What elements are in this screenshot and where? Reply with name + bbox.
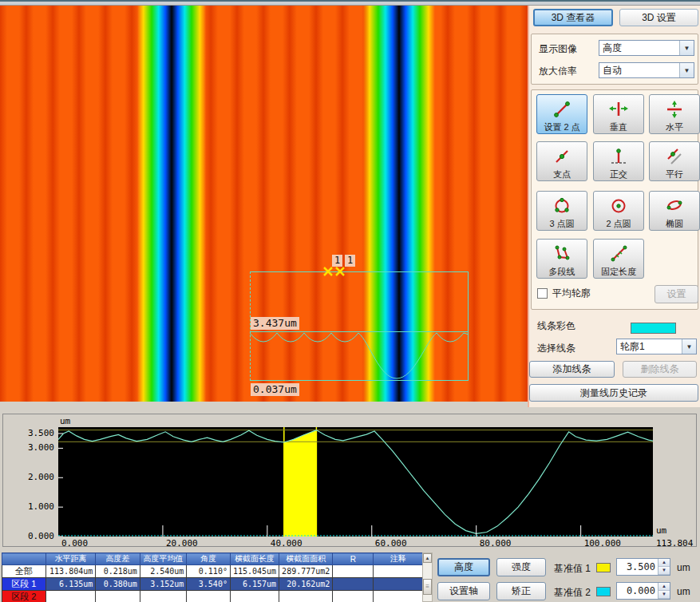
line-color-label: 线条彩色 bbox=[537, 319, 575, 333]
spinner-up-icon[interactable]: ▲ bbox=[658, 583, 670, 591]
point-1-label: 1 bbox=[332, 255, 342, 267]
table-row-all[interactable]: 全部 113.804um 0.218um 2.540um 0.110° 115.… bbox=[2, 565, 423, 578]
measurement-table: 水平距离 高度差 高度平均值 角度 横截面长度 横截面面积 R 注释 全部 11… bbox=[2, 552, 423, 602]
parallel-lines-icon bbox=[664, 145, 685, 168]
two-point-line-icon bbox=[552, 98, 572, 121]
display-image-label: 显示图像 bbox=[539, 42, 577, 56]
y-tick-label: 0.000 bbox=[18, 531, 54, 541]
table-row-segment-1[interactable]: 区段 1 6.135um 0.380um 3.152um 3.540° 6.15… bbox=[2, 578, 423, 591]
reference-2-label: 基准值 2 bbox=[554, 586, 591, 600]
spinner-down-icon[interactable]: ▼ bbox=[658, 591, 670, 599]
line-color-swatch[interactable] bbox=[631, 323, 676, 334]
x-tick-label: 113.804 bbox=[656, 538, 693, 549]
reference-1-value: 3.500 bbox=[617, 559, 658, 575]
circle-2-points-icon bbox=[608, 195, 629, 217]
correct-button[interactable]: 矫正 bbox=[496, 582, 546, 600]
delete-line-button[interactable]: 删除线条 bbox=[623, 361, 697, 378]
reference-1-label: 基准值 1 bbox=[554, 562, 591, 576]
col-header-height-mean: 高度平均值 bbox=[140, 553, 186, 565]
horizontal-line-icon bbox=[664, 98, 685, 121]
table-scrollbar[interactable]: ▲ ≡ bbox=[422, 552, 433, 602]
tab-3d-viewer[interactable]: 3D 查看器 bbox=[533, 9, 613, 26]
tool-orthogonal[interactable]: 正交 bbox=[593, 141, 644, 181]
tool-parallel[interactable]: 平行 bbox=[649, 141, 700, 181]
tool-vertical[interactable]: 垂直 bbox=[593, 94, 644, 134]
tool-pivot[interactable]: 支点 bbox=[536, 141, 587, 181]
x-axis-unit-label: um bbox=[656, 525, 666, 536]
profile-plot-area[interactable] bbox=[58, 427, 653, 537]
magnification-select[interactable]: 自动 ▼ bbox=[599, 62, 694, 78]
polyline-icon bbox=[552, 243, 572, 265]
tool-circle-2-points[interactable]: 2 点圆 bbox=[593, 191, 644, 231]
y-tick-label: 3.000 bbox=[18, 442, 54, 453]
overlay-upper-value-label: 3.437um bbox=[251, 317, 299, 330]
x-tick-label: 0.000 bbox=[61, 538, 88, 549]
x-tick-label: 60.000 bbox=[375, 538, 407, 549]
reference-1-spinner[interactable]: 3.500 ▲▼ bbox=[616, 558, 670, 576]
reference-2-unit: um bbox=[677, 586, 690, 597]
y-tick-label: 1.000 bbox=[18, 501, 54, 512]
line-select-value: 轮廓1 bbox=[617, 340, 682, 354]
display-image-value: 高度 bbox=[599, 42, 679, 55]
x-tick-label: 40.000 bbox=[271, 538, 303, 549]
intensity-mode-button[interactable]: 强度 bbox=[496, 558, 546, 576]
pivot-line-icon bbox=[552, 145, 572, 168]
overlay-lower-value-label: 0.037um bbox=[251, 383, 299, 396]
y-tick-label: 3.500 bbox=[18, 428, 54, 438]
vertical-line-icon bbox=[608, 98, 629, 121]
line-select[interactable]: 轮廓1 ▼ bbox=[616, 339, 697, 354]
window-chrome-sliver bbox=[0, 0, 700, 6]
chevron-down-icon: ▼ bbox=[679, 41, 694, 55]
reference-2-value: 0.000 bbox=[617, 583, 658, 599]
average-profile-settings-button[interactable]: 设置 bbox=[655, 285, 698, 303]
reference-1-color-swatch[interactable] bbox=[596, 563, 611, 572]
circle-3-points-icon bbox=[552, 195, 572, 217]
surface-height-image[interactable]: 3.437um 0.037um 1 1 bbox=[0, 6, 528, 402]
x-tick-label: 80.000 bbox=[480, 538, 512, 549]
tool-polyline[interactable]: 多段线 bbox=[536, 239, 587, 279]
reference-2-spinner[interactable]: 0.000 ▲▼ bbox=[616, 582, 670, 600]
orthogonal-line-icon bbox=[608, 145, 629, 168]
tool-ellipse[interactable]: 椭圆 bbox=[649, 191, 700, 231]
scrollbar-up-arrow-icon[interactable]: ▲ bbox=[423, 553, 432, 563]
average-profile-checkbox[interactable] bbox=[537, 288, 548, 299]
set-axis-button[interactable]: 设置轴 bbox=[437, 582, 490, 600]
x-tick-label: 20.000 bbox=[166, 538, 198, 549]
col-header-angle: 角度 bbox=[187, 553, 231, 565]
col-header-horizontal-distance: 水平距离 bbox=[45, 553, 96, 565]
col-header-section-length: 横截面长度 bbox=[230, 553, 279, 565]
point-marker-1[interactable] bbox=[322, 266, 334, 277]
measure-line-history-button[interactable]: 测量线历史记录 bbox=[529, 384, 698, 402]
magnification-label: 放大倍率 bbox=[539, 65, 577, 78]
col-header-note: 注释 bbox=[374, 553, 423, 565]
spinner-down-icon[interactable]: ▼ bbox=[658, 567, 670, 575]
point-marker-2[interactable] bbox=[334, 266, 346, 277]
reference-1-unit: um bbox=[677, 562, 690, 573]
x-tick-label: 100.000 bbox=[584, 538, 621, 549]
tool-fixed-length[interactable]: 固定长度 bbox=[593, 239, 644, 279]
chevron-down-icon: ▼ bbox=[679, 63, 694, 77]
line-select-label: 选择线条 bbox=[537, 342, 575, 355]
scrollbar-thumb[interactable]: ≡ bbox=[423, 579, 432, 595]
col-header-blank bbox=[2, 553, 46, 565]
y-tick-label: 2.000 bbox=[18, 472, 54, 482]
table-row-segment-2[interactable]: 区段 2 bbox=[2, 591, 423, 602]
spinner-up-icon[interactable]: ▲ bbox=[658, 559, 670, 567]
display-image-select[interactable]: 高度 ▼ bbox=[599, 40, 694, 56]
height-mode-button[interactable]: 高度 bbox=[437, 558, 490, 576]
col-header-height-diff: 高度差 bbox=[96, 553, 140, 565]
measurement-grid: 水平距离 高度差 高度平均值 角度 横截面长度 横截面面积 R 注释 全部 11… bbox=[2, 552, 423, 602]
tool-circle-3-points[interactable]: 3 点圆 bbox=[536, 191, 587, 231]
table-header-row: 水平距离 高度差 高度平均值 角度 横截面长度 横截面面积 R 注释 bbox=[2, 553, 423, 565]
reference-2-color-swatch[interactable] bbox=[596, 587, 611, 596]
ellipse-icon bbox=[664, 195, 685, 217]
fixed-length-line-icon bbox=[608, 243, 629, 265]
average-profile-label: 平均轮廓 bbox=[552, 287, 591, 300]
chevron-down-icon: ▼ bbox=[682, 339, 696, 354]
tool-set-2-points[interactable]: 设置 2 点 bbox=[536, 94, 587, 134]
point-2-label: 1 bbox=[345, 255, 355, 267]
tab-3d-settings[interactable]: 3D 设置 bbox=[619, 9, 698, 26]
tool-horizontal[interactable]: 水平 bbox=[649, 94, 700, 134]
add-line-button[interactable]: 添加线条 bbox=[529, 361, 615, 378]
y-axis-unit-label: um bbox=[60, 416, 70, 426]
